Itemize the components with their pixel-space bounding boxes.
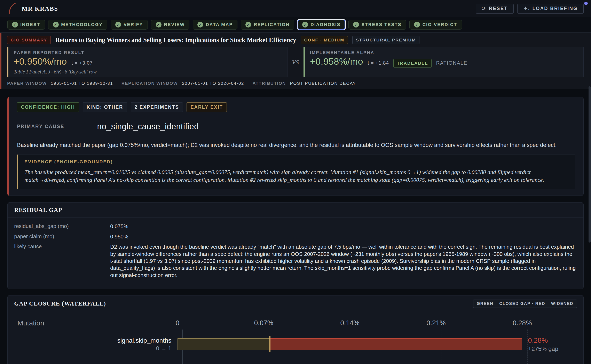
- gap-closure-card: GAP CLOSURE (WATERFALL) GREEN = CLOSED G…: [7, 295, 584, 364]
- alpha-tstat: t = +1.84: [368, 60, 389, 66]
- row-label: paper claim (mo): [14, 233, 110, 240]
- reset-icon: ⟳: [482, 5, 486, 12]
- residual-gap-title: RESIDUAL GAP: [14, 207, 62, 213]
- reset-label: RESET: [489, 6, 508, 11]
- brand: MR KRABS: [7, 2, 58, 15]
- tab-cio-verdict[interactable]: ✓CIO VERDICT: [409, 20, 462, 30]
- tab-label: CIO VERDICT: [422, 22, 457, 27]
- bar-track: [177, 338, 522, 351]
- tab-label: DATA MAP: [206, 22, 233, 27]
- tab-ingest[interactable]: ✓INGEST: [7, 20, 45, 30]
- check-circle-icon: ✓: [12, 22, 18, 27]
- tab-label: INGEST: [20, 22, 40, 27]
- color-key-badge: GREEN = CLOSED GAP · RED = WIDENED: [473, 299, 577, 308]
- paper-result-card: PAPER REPORTED RESULT +0.950%/mo t = +3.…: [7, 47, 287, 77]
- primary-cause-label: PRIMARY CAUSE: [17, 124, 97, 129]
- tab-methodology[interactable]: ✓METHODOLOGY: [48, 20, 107, 30]
- window-meta-row: PAPER WINDOW 1965-01-01 TO 1989-12-31 RE…: [7, 81, 584, 86]
- sparkles-icon: ✦˖: [523, 5, 529, 12]
- gap-delta: +275% gap: [528, 345, 558, 352]
- notification-dot: [584, 2, 588, 5]
- tab-label: REVIEW: [164, 22, 185, 27]
- experiments-count-badge: 2 EXPERIMENTS: [131, 102, 183, 112]
- confidence-high-badge: CONFIDENCE: HIGH: [17, 102, 79, 112]
- check-circle-icon: ✓: [53, 22, 59, 27]
- paper-title: Returns to Buying Winners and Selling Lo…: [55, 36, 296, 44]
- check-circle-icon: ✓: [156, 22, 162, 27]
- scrollbar: [588, 0, 591, 364]
- early-exit-badge: EARLY EXIT: [187, 102, 227, 112]
- table-row: paper claim (mo) 0.950%: [14, 233, 577, 240]
- waterfall-row: signal.skip_months 0 → 1 0.28% +275% gap: [13, 333, 575, 356]
- primary-cause-value: no_single_cause_identified: [97, 122, 199, 131]
- topbar: MR KRABS ⟳ RESET ✦˖ LOAD BRIEFING: [0, 0, 591, 17]
- bar-segment-widened: [270, 338, 522, 350]
- load-briefing-label: LOAD BRIEFING: [533, 6, 578, 11]
- divider: [9, 136, 583, 136]
- rationale-link[interactable]: RATIONALE: [436, 60, 467, 67]
- premium-type-badge: STRUCTURAL PREMIUM: [352, 36, 419, 44]
- gap-value: 0.28%: [528, 336, 558, 344]
- topbar-actions: ⟳ RESET ✦˖ LOAD BRIEFING: [476, 4, 584, 13]
- alpha-label: IMPLEMENTABLE ALPHA: [310, 50, 578, 55]
- check-circle-icon: ✓: [302, 22, 308, 27]
- waterfall-row: signal.skip_months 0 → 0 0.07% −0% gap: [13, 360, 575, 364]
- tab-label: DIAGNOSIS: [311, 22, 340, 27]
- logo-claw-icon: [7, 2, 18, 15]
- paper-tstat: t = +3.07: [71, 60, 93, 66]
- paper-result-label: PAPER REPORTED RESULT: [14, 50, 282, 55]
- tick-label: 0.28%: [513, 319, 532, 327]
- divider: [9, 117, 583, 117]
- implementable-alpha-card: IMPLEMENTABLE ALPHA +0.958%/mo t = +1.84…: [304, 47, 584, 77]
- row-value: 0.075%: [110, 223, 128, 230]
- divider: [117, 81, 117, 86]
- tab-stress-tests[interactable]: ✓STRESS TESTS: [348, 20, 406, 30]
- row-value: 0.950%: [110, 233, 128, 240]
- row-value: D2 was invoked even though the baseline …: [110, 243, 577, 279]
- check-circle-icon: ✓: [353, 22, 359, 27]
- mutation-label: signal.skip_months: [13, 337, 171, 344]
- check-circle-icon: ✓: [115, 22, 121, 27]
- tab-data-map[interactable]: ✓DATA MAP: [193, 20, 237, 30]
- waterfall-chart: Mutation 0 0.07% 0.14% 0.21% 0.28% signa…: [8, 312, 583, 364]
- replication-window-value: 2007-01-01 TO 2026-04-02: [182, 81, 244, 86]
- app-title: MR KRABS: [22, 5, 58, 12]
- replication-window-label: REPLICATION WINDOW: [122, 81, 178, 86]
- scrollbar-thumb[interactable]: [589, 86, 591, 242]
- tab-diagnosis[interactable]: ✓DIAGNOSIS: [298, 20, 345, 30]
- tab-label: METHODOLOGY: [61, 22, 103, 27]
- check-circle-icon: ✓: [414, 22, 420, 27]
- row-label: likely cause: [14, 243, 110, 279]
- evidence-label: EVIDENCE (ENGINE-GROUNDED): [24, 159, 569, 165]
- paper-window-label: PAPER WINDOW: [7, 81, 47, 86]
- tick-label: 0.14%: [340, 319, 359, 327]
- table-row: likely cause D2 was invoked even though …: [14, 243, 577, 279]
- evidence-box: EVIDENCE (ENGINE-GROUNDED) The baseline …: [17, 155, 575, 189]
- tick-label: 0: [176, 319, 179, 327]
- x-axis-ticks: 0 0.07% 0.14% 0.21% 0.28%: [177, 319, 522, 327]
- evidence-text: The baseline produced mean_return=0.0102…: [24, 168, 569, 184]
- reset-button[interactable]: ⟳ RESET: [476, 4, 514, 13]
- residual-gap-card: RESIDUAL GAP residual_abs_gap (mo) 0.075…: [7, 202, 584, 289]
- attribution-value: POST PUBLICATION DECAY: [290, 81, 356, 86]
- tab-review[interactable]: ✓REVIEW: [151, 20, 190, 30]
- mutation-change: 0 → 1: [13, 345, 171, 352]
- tick-label: 0.21%: [426, 319, 446, 327]
- alpha-value: +0.958%/mo: [310, 56, 363, 67]
- paper-window-value: 1965-01-01 TO 1989-12-31: [51, 81, 113, 86]
- diagnosis-summary-text: Baseline already matched the paper (gap …: [17, 141, 575, 149]
- attribution-label: ATTRIBUTION: [252, 81, 286, 86]
- kind-badge: KIND: OTHER: [83, 102, 127, 112]
- tab-replication[interactable]: ✓REPLICATION: [241, 20, 294, 30]
- load-briefing-button[interactable]: ✦˖ LOAD BRIEFING: [517, 4, 584, 13]
- tab-label: VERIFY: [123, 22, 143, 27]
- confidence-badge: CONF · MEDIUM: [301, 36, 348, 44]
- paper-source-note: Table I Panel A, J=6/K=6 'Buy-sell' row: [14, 69, 282, 75]
- paper-result-value: +0.950%/mo: [14, 56, 67, 67]
- stage-nav: ✓INGEST ✓METHODOLOGY ✓VERIFY ✓REVIEW ✓DA…: [0, 17, 591, 33]
- tab-verify[interactable]: ✓VERIFY: [110, 20, 148, 30]
- vs-divider: VS: [287, 47, 304, 77]
- tab-label: REPLICATION: [254, 22, 290, 27]
- bar-cap: [269, 336, 271, 352]
- y-axis-label: Mutation: [13, 319, 177, 327]
